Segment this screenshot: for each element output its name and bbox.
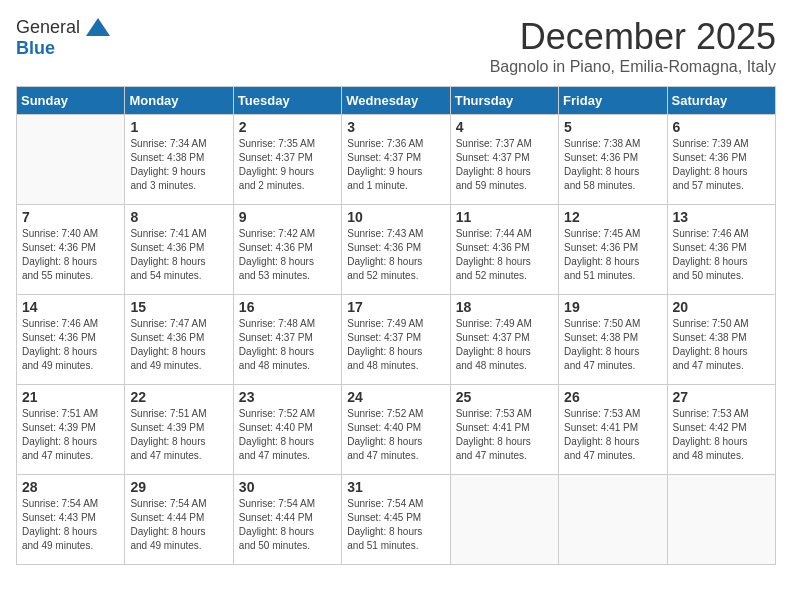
calendar-cell: 28Sunrise: 7:54 AM Sunset: 4:43 PM Dayli… <box>17 475 125 565</box>
day-info: Sunrise: 7:53 AM Sunset: 4:42 PM Dayligh… <box>673 407 770 463</box>
day-info: Sunrise: 7:50 AM Sunset: 4:38 PM Dayligh… <box>673 317 770 373</box>
day-number: 14 <box>22 299 119 315</box>
day-info: Sunrise: 7:42 AM Sunset: 4:36 PM Dayligh… <box>239 227 336 283</box>
day-info: Sunrise: 7:49 AM Sunset: 4:37 PM Dayligh… <box>456 317 553 373</box>
calendar-cell: 10Sunrise: 7:43 AM Sunset: 4:36 PM Dayli… <box>342 205 450 295</box>
calendar-cell: 25Sunrise: 7:53 AM Sunset: 4:41 PM Dayli… <box>450 385 558 475</box>
calendar-cell: 20Sunrise: 7:50 AM Sunset: 4:38 PM Dayli… <box>667 295 775 385</box>
calendar-cell: 21Sunrise: 7:51 AM Sunset: 4:39 PM Dayli… <box>17 385 125 475</box>
calendar-week-row: 1Sunrise: 7:34 AM Sunset: 4:38 PM Daylig… <box>17 115 776 205</box>
calendar-week-row: 28Sunrise: 7:54 AM Sunset: 4:43 PM Dayli… <box>17 475 776 565</box>
day-number: 13 <box>673 209 770 225</box>
day-number: 15 <box>130 299 227 315</box>
calendar-cell: 16Sunrise: 7:48 AM Sunset: 4:37 PM Dayli… <box>233 295 341 385</box>
day-info: Sunrise: 7:39 AM Sunset: 4:36 PM Dayligh… <box>673 137 770 193</box>
day-info: Sunrise: 7:43 AM Sunset: 4:36 PM Dayligh… <box>347 227 444 283</box>
day-number: 7 <box>22 209 119 225</box>
calendar-cell <box>667 475 775 565</box>
calendar-cell: 18Sunrise: 7:49 AM Sunset: 4:37 PM Dayli… <box>450 295 558 385</box>
weekday-header: Sunday <box>17 87 125 115</box>
day-info: Sunrise: 7:40 AM Sunset: 4:36 PM Dayligh… <box>22 227 119 283</box>
calendar-cell: 12Sunrise: 7:45 AM Sunset: 4:36 PM Dayli… <box>559 205 667 295</box>
calendar-cell <box>17 115 125 205</box>
logo-general: General <box>16 17 80 38</box>
day-number: 2 <box>239 119 336 135</box>
weekday-header: Thursday <box>450 87 558 115</box>
calendar-cell: 19Sunrise: 7:50 AM Sunset: 4:38 PM Dayli… <box>559 295 667 385</box>
logo-icon <box>84 16 112 38</box>
day-info: Sunrise: 7:53 AM Sunset: 4:41 PM Dayligh… <box>564 407 661 463</box>
day-info: Sunrise: 7:49 AM Sunset: 4:37 PM Dayligh… <box>347 317 444 373</box>
day-number: 11 <box>456 209 553 225</box>
calendar-cell: 2Sunrise: 7:35 AM Sunset: 4:37 PM Daylig… <box>233 115 341 205</box>
day-info: Sunrise: 7:51 AM Sunset: 4:39 PM Dayligh… <box>22 407 119 463</box>
day-number: 31 <box>347 479 444 495</box>
day-info: Sunrise: 7:48 AM Sunset: 4:37 PM Dayligh… <box>239 317 336 373</box>
day-info: Sunrise: 7:54 AM Sunset: 4:44 PM Dayligh… <box>130 497 227 553</box>
day-number: 29 <box>130 479 227 495</box>
day-number: 30 <box>239 479 336 495</box>
day-number: 1 <box>130 119 227 135</box>
calendar-cell: 27Sunrise: 7:53 AM Sunset: 4:42 PM Dayli… <box>667 385 775 475</box>
calendar: SundayMondayTuesdayWednesdayThursdayFrid… <box>16 86 776 565</box>
weekday-header: Saturday <box>667 87 775 115</box>
logo: General Blue <box>16 16 112 59</box>
day-number: 17 <box>347 299 444 315</box>
weekday-header: Monday <box>125 87 233 115</box>
day-number: 8 <box>130 209 227 225</box>
day-info: Sunrise: 7:41 AM Sunset: 4:36 PM Dayligh… <box>130 227 227 283</box>
calendar-week-row: 14Sunrise: 7:46 AM Sunset: 4:36 PM Dayli… <box>17 295 776 385</box>
calendar-cell: 26Sunrise: 7:53 AM Sunset: 4:41 PM Dayli… <box>559 385 667 475</box>
calendar-cell: 1Sunrise: 7:34 AM Sunset: 4:38 PM Daylig… <box>125 115 233 205</box>
day-number: 28 <box>22 479 119 495</box>
day-info: Sunrise: 7:44 AM Sunset: 4:36 PM Dayligh… <box>456 227 553 283</box>
day-number: 12 <box>564 209 661 225</box>
logo-blue: Blue <box>16 38 55 58</box>
location-title: Bagnolo in Piano, Emilia-Romagna, Italy <box>490 58 776 76</box>
calendar-cell: 15Sunrise: 7:47 AM Sunset: 4:36 PM Dayli… <box>125 295 233 385</box>
calendar-cell: 31Sunrise: 7:54 AM Sunset: 4:45 PM Dayli… <box>342 475 450 565</box>
weekday-header: Tuesday <box>233 87 341 115</box>
calendar-cell: 6Sunrise: 7:39 AM Sunset: 4:36 PM Daylig… <box>667 115 775 205</box>
day-info: Sunrise: 7:35 AM Sunset: 4:37 PM Dayligh… <box>239 137 336 193</box>
day-number: 26 <box>564 389 661 405</box>
day-info: Sunrise: 7:50 AM Sunset: 4:38 PM Dayligh… <box>564 317 661 373</box>
day-info: Sunrise: 7:46 AM Sunset: 4:36 PM Dayligh… <box>22 317 119 373</box>
calendar-cell: 22Sunrise: 7:51 AM Sunset: 4:39 PM Dayli… <box>125 385 233 475</box>
weekday-header-row: SundayMondayTuesdayWednesdayThursdayFrid… <box>17 87 776 115</box>
calendar-cell: 4Sunrise: 7:37 AM Sunset: 4:37 PM Daylig… <box>450 115 558 205</box>
day-number: 23 <box>239 389 336 405</box>
day-info: Sunrise: 7:46 AM Sunset: 4:36 PM Dayligh… <box>673 227 770 283</box>
calendar-week-row: 21Sunrise: 7:51 AM Sunset: 4:39 PM Dayli… <box>17 385 776 475</box>
day-number: 4 <box>456 119 553 135</box>
weekday-header: Friday <box>559 87 667 115</box>
calendar-cell: 5Sunrise: 7:38 AM Sunset: 4:36 PM Daylig… <box>559 115 667 205</box>
day-number: 25 <box>456 389 553 405</box>
day-number: 3 <box>347 119 444 135</box>
calendar-cell: 23Sunrise: 7:52 AM Sunset: 4:40 PM Dayli… <box>233 385 341 475</box>
calendar-cell: 8Sunrise: 7:41 AM Sunset: 4:36 PM Daylig… <box>125 205 233 295</box>
day-info: Sunrise: 7:37 AM Sunset: 4:37 PM Dayligh… <box>456 137 553 193</box>
day-number: 18 <box>456 299 553 315</box>
day-number: 19 <box>564 299 661 315</box>
day-info: Sunrise: 7:52 AM Sunset: 4:40 PM Dayligh… <box>239 407 336 463</box>
calendar-cell: 14Sunrise: 7:46 AM Sunset: 4:36 PM Dayli… <box>17 295 125 385</box>
day-info: Sunrise: 7:47 AM Sunset: 4:36 PM Dayligh… <box>130 317 227 373</box>
day-number: 21 <box>22 389 119 405</box>
calendar-cell: 29Sunrise: 7:54 AM Sunset: 4:44 PM Dayli… <box>125 475 233 565</box>
day-number: 27 <box>673 389 770 405</box>
calendar-cell <box>559 475 667 565</box>
day-info: Sunrise: 7:38 AM Sunset: 4:36 PM Dayligh… <box>564 137 661 193</box>
day-info: Sunrise: 7:51 AM Sunset: 4:39 PM Dayligh… <box>130 407 227 463</box>
title-block: December 2025 Bagnolo in Piano, Emilia-R… <box>490 16 776 76</box>
svg-marker-0 <box>86 18 110 36</box>
day-number: 20 <box>673 299 770 315</box>
weekday-header: Wednesday <box>342 87 450 115</box>
calendar-cell: 30Sunrise: 7:54 AM Sunset: 4:44 PM Dayli… <box>233 475 341 565</box>
calendar-cell: 17Sunrise: 7:49 AM Sunset: 4:37 PM Dayli… <box>342 295 450 385</box>
calendar-cell: 3Sunrise: 7:36 AM Sunset: 4:37 PM Daylig… <box>342 115 450 205</box>
day-info: Sunrise: 7:34 AM Sunset: 4:38 PM Dayligh… <box>130 137 227 193</box>
day-info: Sunrise: 7:54 AM Sunset: 4:44 PM Dayligh… <box>239 497 336 553</box>
day-number: 5 <box>564 119 661 135</box>
day-number: 22 <box>130 389 227 405</box>
